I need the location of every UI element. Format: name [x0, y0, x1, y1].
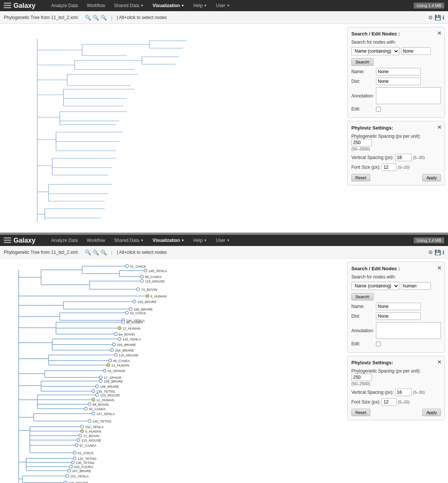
- name-input-1[interactable]: [376, 68, 421, 75]
- save-icon-2[interactable]: 💾: [435, 249, 441, 255]
- font-range-2: (5–20): [398, 400, 410, 404]
- search-select-wrap-1: Name (containing): [351, 47, 399, 55]
- settings-icon[interactable]: ⚙: [428, 15, 433, 21]
- search-for-row-2: Search for nodes with:: [351, 274, 441, 280]
- settings-panel-close-1[interactable]: ✕: [437, 124, 442, 130]
- search-btn-2[interactable]: Search!: [351, 293, 374, 300]
- search-panel-close-2[interactable]: ✕: [437, 265, 442, 271]
- vert-input-2[interactable]: [395, 389, 412, 396]
- tree-svg-1: [7, 28, 291, 231]
- annotation-textarea-1[interactable]: [376, 87, 441, 104]
- settings-panel-2: Phyloviz Settings: ✕ Phylogenetic Spacin…: [347, 356, 445, 420]
- svg-point-82: [129, 308, 132, 311]
- dist-input-2[interactable]: [376, 312, 421, 320]
- svg-point-138: [99, 380, 102, 383]
- svg-text:125_MOUSE: 125_MOUSE: [119, 353, 139, 357]
- zoom-out-icon-2[interactable]: 🔍: [93, 249, 99, 255]
- name-row-2: Name:: [351, 303, 441, 310]
- zoom-out-icon[interactable]: 🔍: [93, 15, 99, 21]
- search-text-input-1[interactable]: [401, 47, 431, 55]
- phylo-input-1[interactable]: [351, 139, 372, 146]
- toolbar-icons-2: 🔍 🔍 🔍: [85, 249, 107, 255]
- reset-apply-row-2: Reset Apply: [351, 409, 441, 416]
- toolbar-1: Phylogenetic Tree from 11_bcl_2.xml: 🔍 🔍…: [0, 11, 448, 24]
- save-icon[interactable]: 💾: [435, 15, 441, 21]
- svg-point-196: [69, 465, 72, 468]
- annotation-textarea-2[interactable]: [376, 322, 441, 339]
- svg-text:145_XENLA: 145_XENLA: [149, 269, 167, 273]
- apply-btn-1[interactable]: Apply: [422, 174, 441, 181]
- svg-point-60: [144, 269, 147, 272]
- reset-btn-2[interactable]: Reset: [351, 409, 370, 416]
- svg-point-176: [81, 430, 84, 433]
- search-text-input-2[interactable]: [401, 282, 431, 290]
- info-icon-2[interactable]: ℹ: [442, 249, 444, 255]
- svg-point-184: [73, 451, 76, 454]
- zoom-reset-icon-2[interactable]: 🔍: [100, 249, 107, 255]
- svg-point-198: [68, 469, 71, 472]
- vert-input-1[interactable]: [395, 154, 412, 161]
- svg-point-121: [109, 359, 112, 362]
- font-input-1[interactable]: [382, 163, 396, 171]
- vert-label-2: Vertical Spacing (px):: [351, 390, 393, 395]
- nav-analyze-data[interactable]: Analyze Data: [47, 0, 82, 11]
- svg-point-180: [77, 439, 80, 442]
- annotation-label-2: Annotation:: [351, 328, 374, 333]
- svg-point-112: [111, 349, 113, 352]
- zoom-reset-icon[interactable]: 🔍: [100, 15, 107, 21]
- search-btn-1[interactable]: Search!: [351, 58, 374, 66]
- settings-icon-2[interactable]: ⚙: [428, 249, 433, 255]
- nav2-workflow[interactable]: Workflow: [82, 235, 109, 246]
- dist-input-1[interactable]: [376, 78, 421, 85]
- svg-point-88: [125, 311, 128, 314]
- svg-point-154: [88, 403, 91, 406]
- font-input-2[interactable]: [382, 398, 396, 406]
- navbar-1: Galaxy Analyze Data Workflow Shared Data…: [0, 0, 448, 11]
- nav2-help[interactable]: Help ▼: [189, 235, 212, 246]
- svg-point-204: [66, 474, 69, 477]
- edit-checkbox-2[interactable]: [376, 342, 381, 346]
- svg-text:97_CANFA: 97_CANFA: [80, 444, 96, 448]
- nav-help[interactable]: Help ▼: [189, 0, 212, 11]
- tree-area-2[interactable]: 51_CHICK 145_XENLA 88_CANFA 115_MOUSE 74…: [0, 259, 295, 483]
- nav2-user[interactable]: User ▼: [212, 235, 234, 246]
- nav-workflow[interactable]: Workflow: [82, 0, 109, 11]
- apply-btn-2[interactable]: Apply: [422, 409, 441, 416]
- svg-point-62: [140, 275, 143, 278]
- svg-text:51_CHICK: 51_CHICK: [130, 265, 146, 268]
- nav2-analyze-data[interactable]: Analyze Data: [47, 235, 82, 246]
- phylo-input-2[interactable]: [351, 374, 372, 381]
- info-icon[interactable]: ℹ: [442, 15, 444, 21]
- name-input-2[interactable]: [376, 303, 421, 310]
- settings-panel-title-2: Phyloviz Settings:: [351, 360, 441, 365]
- name-row-1: Name:: [351, 68, 441, 75]
- app-logo: Galaxy: [4, 2, 35, 10]
- svg-point-129: [103, 369, 106, 372]
- zoom-in-icon-2[interactable]: 🔍: [85, 249, 91, 255]
- nav2-visualization[interactable]: Visualization ▼: [148, 235, 189, 246]
- tree-area-1[interactable]: [0, 24, 295, 233]
- search-type-select-2[interactable]: Name (containing): [351, 282, 399, 290]
- user-arrow-2: ▼: [227, 239, 230, 242]
- search-panel-close-1[interactable]: ✕: [437, 30, 442, 36]
- reset-btn-1[interactable]: Reset: [351, 174, 370, 181]
- svg-point-119: [114, 353, 117, 356]
- phylo-spacing-row-1: Phylogenetic Spacing (px per unit): (50–…: [351, 134, 441, 152]
- svg-text:41_CHICK: 41_CHICK: [78, 451, 94, 455]
- nav2-shared-data[interactable]: Shared Data ▼: [110, 235, 148, 246]
- svg-text:68_BOVIN: 68_BOVIN: [93, 403, 109, 406]
- edit-checkbox-1[interactable]: [376, 107, 381, 112]
- zoom-in-icon[interactable]: 🔍: [85, 15, 91, 21]
- nav-user[interactable]: User ▼: [212, 0, 234, 11]
- name-label-2: Name:: [351, 304, 374, 309]
- nav-visualization[interactable]: Visualization ▼: [148, 0, 189, 11]
- user-arrow: ▼: [227, 4, 230, 7]
- svg-point-206: [64, 481, 67, 483]
- svg-point-99: [118, 327, 121, 330]
- toolbar-right-icons-1: ⚙ 💾 ℹ: [428, 15, 444, 21]
- nav-shared-data[interactable]: Shared Data ▼: [110, 0, 148, 11]
- search-type-select-1[interactable]: Name (containing): [351, 47, 399, 55]
- settings-panel-close-2[interactable]: ✕: [437, 359, 442, 365]
- navbar-menu: Analyze Data Workflow Shared Data ▼ Visu…: [47, 0, 414, 11]
- logo-icon-2: [4, 237, 11, 243]
